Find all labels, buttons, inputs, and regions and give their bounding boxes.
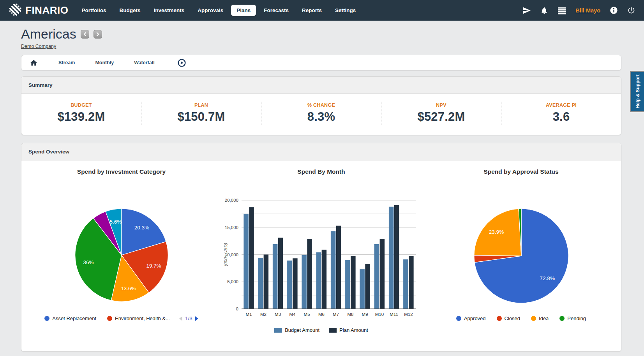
next-plan-button[interactable] [94, 30, 102, 39]
legend-dot [44, 316, 49, 321]
legend-dot [531, 316, 536, 321]
home-tab[interactable] [29, 59, 38, 67]
chart-title: Spend By Month [297, 168, 345, 176]
legend-page-indicator: 1/3 [185, 315, 192, 321]
navbar-actions: Bill Mayo [522, 6, 635, 15]
investment-category-legend: Asset Replacement Environment, Health &.… [44, 315, 198, 321]
svg-text:M8: M8 [347, 312, 353, 317]
chart-col-investment-category: Spend by Investment Category 20.3%19.7%1… [21, 160, 221, 351]
svg-text:5,000: 5,000 [227, 280, 238, 284]
bar-chart-spend-by-month: 05,00010,00015,00020,000(000s USD)M1M2M3… [223, 195, 420, 325]
user-link[interactable]: Bill Mayo [575, 7, 600, 14]
finario-logo[interactable]: FINARIO [9, 3, 68, 18]
svg-text:(000s USD): (000s USD) [223, 243, 228, 266]
legend-label: Idea [539, 315, 549, 321]
legend-label: Asset Replacement [52, 315, 96, 321]
svg-text:20,000: 20,000 [225, 198, 238, 203]
help-support-tab[interactable]: Help & Support [630, 71, 644, 112]
list-icon[interactable] [558, 7, 566, 14]
svg-text:15,000: 15,000 [225, 225, 238, 230]
tab-stream[interactable]: Stream [58, 60, 75, 65]
legend-next-page-icon[interactable] [195, 316, 198, 321]
nav-item-settings[interactable]: Settings [330, 5, 361, 16]
legend-dot [456, 316, 461, 321]
kpi-average-pi: AVERAGE PI 3.6 [501, 102, 621, 125]
legend-label: Environment, Health &... [115, 315, 170, 321]
nav-item-forecasts[interactable]: Forecasts [258, 5, 294, 16]
kpi-value: 8.3% [261, 110, 381, 124]
main-nav: Portfolios Budgets Investments Approvals… [76, 5, 361, 16]
nav-item-plans[interactable]: Plans [231, 5, 256, 16]
svg-text:M10: M10 [375, 312, 384, 317]
top-navbar: FINARIO Portfolios Budgets Investments A… [0, 0, 644, 21]
svg-text:20.3%: 20.3% [134, 225, 149, 231]
nav-item-budgets[interactable]: Budgets [114, 5, 146, 16]
compass-icon [177, 58, 186, 67]
legend-label: Approved [464, 315, 486, 321]
svg-text:72.8%: 72.8% [540, 276, 555, 282]
kpi-pct-change: % CHANGE 8.3% [261, 102, 381, 125]
spend-by-month-legend: Budget Amount Plan Amount [274, 327, 368, 333]
compass-button[interactable] [177, 58, 186, 67]
summary-panel-title: Summary [21, 77, 621, 94]
kpi-npv: NPV $527.2M [381, 102, 501, 125]
kpi-label: PLAN [141, 102, 261, 108]
nav-item-reports[interactable]: Reports [296, 5, 327, 16]
legend-label: Plan Amount [339, 327, 368, 333]
tab-monthly[interactable]: Monthly [95, 60, 114, 65]
info-icon[interactable] [610, 6, 618, 14]
power-icon[interactable] [627, 6, 635, 14]
kpi-label: NPV [381, 102, 501, 108]
svg-text:M1: M1 [246, 312, 252, 317]
chart-col-approval-status: Spend by Approval Status 72.8%23.9% Appr… [421, 160, 621, 351]
spend-overview-panel: Spend Overview Spend by Investment Categ… [21, 143, 621, 352]
plan-amount-swatch [329, 328, 337, 333]
kpi-row: BUDGET $139.2M PLAN $150.7M % CHANGE 8.3… [21, 94, 621, 135]
svg-text:36%: 36% [83, 259, 94, 265]
chart-title: Spend by Investment Category [77, 168, 166, 176]
svg-text:0: 0 [236, 307, 238, 311]
legend-pager: 1/3 [179, 315, 198, 321]
help-support-label: Help & Support [635, 74, 640, 108]
svg-text:M9: M9 [362, 312, 368, 317]
nav-item-approvals[interactable]: Approvals [192, 5, 229, 16]
tab-waterfall[interactable]: Waterfall [134, 60, 154, 65]
legend-item: Pending [559, 315, 586, 321]
svg-text:M12: M12 [404, 312, 413, 317]
nav-item-investments[interactable]: Investments [148, 5, 190, 16]
spend-overview-title: Spend Overview [21, 143, 621, 160]
chart-col-spend-by-month: Spend By Month 05,00010,00015,00020,000(… [221, 160, 421, 351]
kpi-value: $139.2M [21, 110, 141, 124]
legend-item: Closed [497, 315, 520, 321]
kpi-label: BUDGET [21, 102, 141, 108]
finario-weave-icon [9, 3, 22, 18]
svg-text:13.6%: 13.6% [121, 286, 136, 291]
kpi-budget: BUDGET $139.2M [21, 102, 141, 125]
svg-text:M5: M5 [304, 312, 310, 317]
svg-text:19.7%: 19.7% [146, 263, 161, 269]
view-toolbar: Stream Monthly Waterfall [21, 55, 621, 70]
budget-amount-swatch [274, 328, 282, 333]
legend-label: Pending [567, 315, 586, 321]
legend-item: Budget Amount [274, 327, 319, 333]
kpi-value: 3.6 [501, 110, 621, 124]
breadcrumb-company-link[interactable]: Demo Company [21, 44, 56, 49]
notifications-icon[interactable] [540, 6, 548, 15]
svg-text:5.6%: 5.6% [109, 219, 122, 225]
kpi-value: $527.2M [381, 110, 501, 124]
legend-prev-page-icon[interactable] [179, 316, 182, 321]
send-icon[interactable] [522, 6, 531, 15]
svg-text:23.9%: 23.9% [489, 229, 504, 235]
summary-panel: Summary BUDGET $139.2M PLAN $150.7M % CH… [21, 76, 621, 135]
nav-item-portfolios[interactable]: Portfolios [76, 5, 111, 16]
page-title: Americas [21, 27, 76, 41]
prev-plan-button[interactable] [81, 30, 89, 39]
chart-title: Spend by Approval Status [483, 168, 558, 176]
legend-item: Approved [456, 315, 486, 321]
legend-label: Closed [505, 315, 520, 321]
svg-text:M4: M4 [289, 312, 296, 317]
legend-item: Environment, Health &... [107, 315, 170, 321]
svg-text:M6: M6 [318, 312, 325, 317]
approval-status-legend: Approved Closed Idea Pending [456, 315, 586, 321]
svg-text:M2: M2 [260, 312, 266, 317]
